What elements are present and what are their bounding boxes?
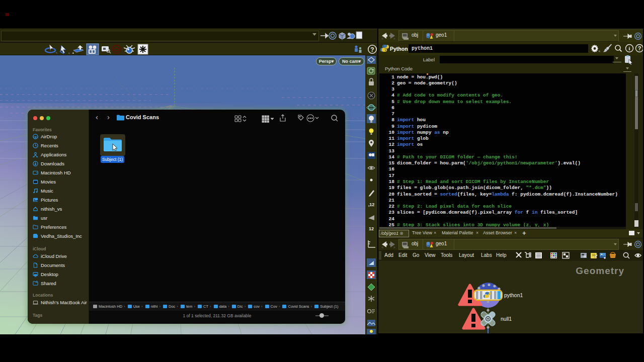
- svg-text:null1: null1: [501, 316, 512, 322]
- svg-text:?: ?: [638, 45, 641, 51]
- svg-text:?: ?: [370, 46, 374, 53]
- svg-text:12: 12: [369, 226, 374, 231]
- svg-text:,12: ,12: [368, 202, 375, 207]
- svg-text:python1: python1: [504, 292, 523, 298]
- svg-text:i: i: [629, 46, 630, 51]
